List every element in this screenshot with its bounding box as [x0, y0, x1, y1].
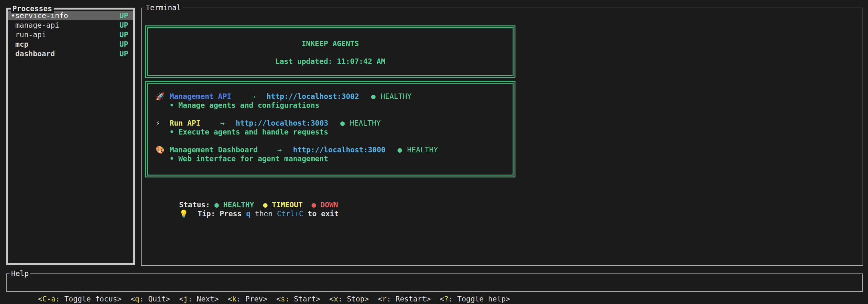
rocket-icon: 🚀 — [156, 92, 169, 101]
service-url: http://localhost:3002 — [267, 92, 359, 100]
service-name: Run API — [169, 119, 200, 127]
service-health-status: HEALTHY — [380, 92, 411, 100]
lightning-icon: ⚡ — [156, 119, 169, 128]
health-dot-icon: ● — [371, 92, 376, 100]
process-list: •service-info UP manage-api UP run-api U… — [8, 9, 133, 59]
service-management-api: 🚀Management API→http://localhost:3002●HE… — [156, 92, 509, 110]
process-name: run-api — [15, 31, 46, 39]
process-row-run-api[interactable]: run-api UP — [8, 30, 133, 39]
bullet-icon: • — [169, 128, 174, 136]
process-status-badge: UP — [119, 39, 128, 49]
selected-marker — [11, 20, 15, 30]
last-updated-text: Last updated: 11:07:42 AM — [148, 57, 513, 66]
shortcut-key: ? — [444, 295, 448, 303]
tip-key-ctrl-c: Ctrl+C — [277, 209, 303, 218]
process-row-dashboard[interactable]: dashboard UP — [8, 49, 133, 59]
health-dot-icon: ● — [398, 146, 402, 154]
shortcut-quit: <q: Quit> — [130, 295, 170, 303]
shortcut-next: <j: Next> — [179, 295, 219, 303]
terminal-panel[interactable]: Terminal INKEEP AGENTS Last updated: 11:… — [141, 8, 863, 266]
service-url: http://localhost:3003 — [236, 119, 328, 127]
shortcut-toggle-focus: <C-a: Toggle focus> — [38, 295, 122, 303]
help-shortcuts: <C-a: Toggle focus><q: Quit><j: Next><k:… — [7, 274, 862, 304]
process-row-manage-api[interactable]: manage-api UP — [8, 20, 133, 30]
arrow-icon: → — [220, 119, 225, 127]
service-description: Web interface for agent management — [179, 155, 328, 163]
tip-key-q: q — [246, 209, 250, 218]
shortcut-stop: <x: Stop> — [329, 295, 369, 303]
shortcut-key: r — [382, 295, 386, 303]
shortcut-prev: <k: Prev> — [228, 295, 268, 303]
services-box: 🚀Management API→http://localhost:3002●HE… — [145, 81, 516, 177]
palette-icon: 🎨 — [156, 145, 169, 154]
arrow-icon: → — [277, 146, 282, 154]
service-name: Management Dashboard — [169, 146, 258, 154]
agents-title: INKEEP AGENTS — [148, 39, 513, 48]
shortcut-key: C-a — [42, 295, 56, 303]
service-health-status: HEALTHY — [350, 119, 380, 127]
selected-marker — [11, 39, 15, 49]
service-description: Execute agents and handle requests — [179, 128, 328, 136]
help-panel: Help <C-a: Toggle focus><q: Quit><j: Nex… — [6, 273, 863, 292]
service-health-status: HEALTHY — [407, 146, 438, 154]
service-description: Manage agents and configurations — [179, 101, 319, 109]
tip-line: 💡Tip: Press q then Ctrl+C to exit — [153, 200, 339, 227]
service-url: http://localhost:3000 — [293, 146, 385, 154]
process-status-badge: UP — [119, 11, 128, 20]
service-run-api: ⚡Run API→http://localhost:3003●HEALTHY •… — [156, 119, 509, 136]
shortcut-toggle-help: <?: Toggle help> — [440, 295, 510, 303]
process-status-badge: UP — [119, 30, 128, 39]
terminal-panel-title: Terminal — [144, 3, 183, 12]
service-name: Management API — [169, 92, 231, 100]
process-name: mcp — [15, 40, 29, 48]
bullet-icon: • — [169, 101, 174, 109]
shortcut-key: k — [232, 295, 237, 303]
shortcut-start: <s: Start> — [276, 295, 320, 303]
lightbulb-icon: 💡 — [179, 209, 197, 218]
process-status-badge: UP — [119, 49, 128, 59]
selected-marker — [11, 49, 15, 59]
arrow-icon: → — [251, 92, 255, 100]
shortcut-key: q — [135, 295, 140, 303]
processes-panel-title: Processes — [11, 4, 54, 13]
app-screen: Processes •service-info UP manage-api UP… — [0, 0, 868, 304]
service-management-dashboard: 🎨Management Dashboard→http://localhost:3… — [156, 145, 509, 163]
selected-marker — [11, 30, 15, 39]
bullet-icon: • — [169, 155, 174, 163]
agents-header-box: INKEEP AGENTS Last updated: 11:07:42 AM — [145, 26, 516, 78]
help-panel-title: Help — [9, 269, 30, 278]
process-name: dashboard — [15, 49, 55, 58]
shortcut-key: x — [334, 295, 338, 303]
processes-panel[interactable]: Processes •service-info UP manage-api UP… — [6, 8, 135, 265]
health-dot-icon: ● — [340, 119, 345, 127]
shortcut-key: s — [281, 295, 285, 303]
shortcut-key: j — [184, 295, 188, 303]
process-row-mcp[interactable]: mcp UP — [8, 39, 133, 49]
process-name: manage-api — [15, 21, 59, 29]
process-status-badge: UP — [119, 20, 128, 30]
shortcut-restart: <r: Restart> — [378, 295, 431, 303]
